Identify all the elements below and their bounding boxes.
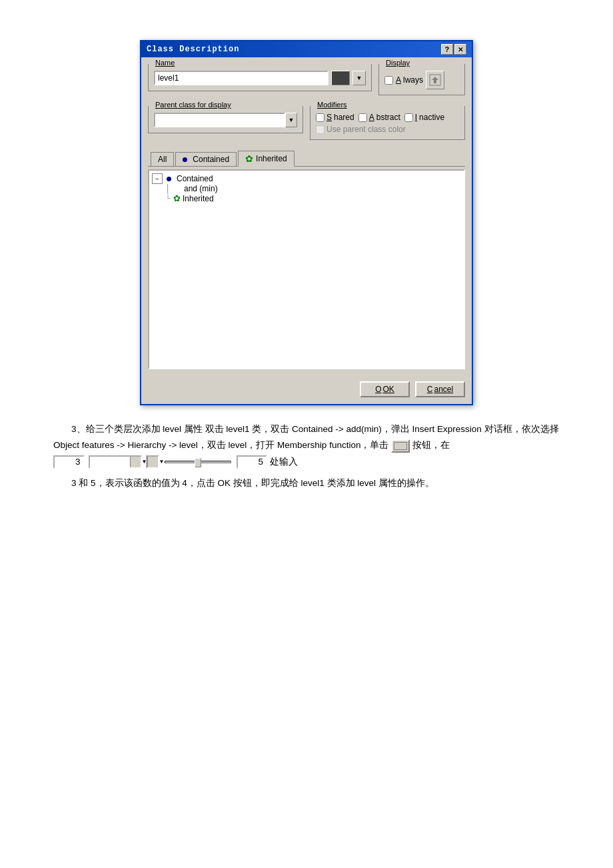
name-input[interactable] bbox=[154, 71, 328, 85]
parent-field-group: Parent class for display ▼ bbox=[148, 106, 303, 133]
slider-thumb[interactable] bbox=[195, 458, 201, 467]
tree-view[interactable]: − Contained │ and (min) └ ✿ Inherited bbox=[148, 169, 465, 369]
top-row: Name ▼ Display bbox=[148, 64, 465, 101]
parent-select-row: ▼ bbox=[154, 113, 297, 127]
modifiers-row: Shared Abstract Inactive bbox=[316, 113, 459, 122]
parent-group-label: Parent class for display bbox=[154, 101, 233, 109]
abstract-checkbox-label: Abstract bbox=[358, 113, 400, 122]
modifiers-group: Modifiers Shared Abstract bbox=[310, 106, 465, 145]
class-description-dialog: Class Description ? ✕ Name bbox=[140, 40, 473, 405]
inline-input-container: 3 ▼ ▼ 5 bbox=[53, 455, 267, 469]
value-5-text: 5 bbox=[241, 454, 264, 470]
display-icon-button[interactable] bbox=[426, 71, 444, 89]
inherited-icon: ✿ bbox=[245, 153, 253, 164]
tab-inherited-label: Inherited bbox=[256, 154, 287, 163]
para1-text3: 处输入 bbox=[270, 457, 298, 467]
shared-checkbox[interactable] bbox=[316, 113, 324, 122]
ok-button[interactable]: OOK bbox=[360, 381, 410, 397]
tree-expander-contained[interactable]: − bbox=[152, 173, 163, 184]
tree-row-contained: − Contained bbox=[152, 173, 461, 184]
select-dropdown-icon2[interactable]: ▼ bbox=[147, 457, 158, 467]
always-checkbox[interactable] bbox=[384, 76, 393, 85]
inline-select-box2[interactable]: ▼ bbox=[146, 455, 159, 469]
inline-value-input[interactable]: 3 bbox=[53, 455, 85, 469]
name-field-group: Name ▼ bbox=[148, 64, 372, 91]
select-dropdown-icon[interactable]: ▼ bbox=[130, 457, 141, 467]
help-button[interactable]: ? bbox=[441, 44, 453, 55]
use-parent-row: Use parent class color bbox=[316, 125, 459, 134]
tree-row-and-min: │ and (min) bbox=[163, 184, 461, 193]
tree-connector-and: │ bbox=[163, 184, 173, 193]
inline-select-box[interactable]: ▼ bbox=[89, 455, 142, 469]
tabs-container: All Contained ✿ Inherited bbox=[148, 151, 465, 167]
display-checkbox-row: Always bbox=[384, 71, 459, 89]
para1-text1: 3、给三个类层次添加 level 属性 双击 level1 类，双击 Conta… bbox=[53, 424, 559, 450]
name-group-label: Name bbox=[154, 59, 176, 67]
tab-all-label: All bbox=[158, 155, 167, 164]
input-value-3: 3 bbox=[57, 454, 81, 470]
use-parent-color-checkbox[interactable] bbox=[316, 125, 324, 134]
para2-text: 3 和 5，表示该函数的值为 4，点击 OK 按钮，即完成给 level1 类添… bbox=[71, 478, 434, 488]
contained-node-dot bbox=[167, 177, 171, 181]
color-button[interactable] bbox=[331, 71, 350, 85]
tree-row-inherited: └ ✿ Inherited bbox=[163, 193, 461, 203]
tab-inherited[interactable]: ✿ Inherited bbox=[238, 151, 295, 167]
inactive-checkbox-label: Inactive bbox=[404, 113, 444, 122]
tab-contained-label: Contained bbox=[193, 155, 229, 164]
display-field-group: Display Always bbox=[378, 64, 465, 95]
inline-button-container bbox=[391, 439, 410, 453]
display-group: Display Always bbox=[378, 64, 465, 101]
inherited-tree-icon: ✿ bbox=[173, 193, 181, 203]
paragraph2: 3 和 5，表示该函数的值为 4，点击 OK 按钮，即完成给 level1 类添… bbox=[53, 475, 560, 491]
para1-text2: 按钮，在 bbox=[412, 440, 450, 450]
inactive-checkbox[interactable] bbox=[404, 113, 413, 122]
text-content: 3、给三个类层次添加 level 属性 双击 level1 类，双击 Conta… bbox=[53, 421, 560, 497]
name-input-row: ▼ bbox=[154, 71, 366, 85]
parent-dropdown-button[interactable]: ▼ bbox=[285, 113, 297, 127]
parent-group: Parent class for display ▼ bbox=[148, 106, 303, 145]
abstract-checkbox[interactable] bbox=[358, 113, 367, 122]
slider-container bbox=[165, 461, 231, 463]
second-row: Parent class for display ▼ Modifiers bbox=[148, 106, 465, 145]
paragraph1: 3、给三个类层次添加 level 属性 双击 level1 类，双击 Conta… bbox=[53, 421, 560, 470]
titlebar-controls: ? ✕ bbox=[441, 44, 466, 55]
tab-bar: All Contained ✿ Inherited bbox=[148, 151, 465, 167]
contained-dot-icon bbox=[183, 157, 187, 162]
membership-btn[interactable] bbox=[391, 439, 410, 453]
color-dropdown-button[interactable]: ▼ bbox=[352, 71, 366, 85]
always-label: Always bbox=[396, 75, 423, 85]
tree-label-inherited: Inherited bbox=[183, 194, 214, 203]
titlebar-left: Class Description bbox=[147, 45, 239, 54]
use-parent-color-label: Use parent class color bbox=[326, 125, 406, 134]
cancel-label: C bbox=[427, 385, 433, 394]
tab-all[interactable]: All bbox=[151, 152, 174, 166]
dialog-body: Name ▼ Display bbox=[141, 57, 472, 376]
close-button[interactable]: ✕ bbox=[454, 44, 466, 55]
ok-label: OK bbox=[383, 385, 394, 394]
display-group-label: Display bbox=[384, 59, 411, 67]
dialog-footer: OOK Cancel bbox=[141, 376, 472, 404]
dialog-title: Class Description bbox=[147, 45, 239, 54]
dialog-titlebar: Class Description ? ✕ bbox=[141, 41, 472, 57]
name-group: Name ▼ bbox=[148, 64, 372, 101]
tab-contained[interactable]: Contained bbox=[175, 152, 237, 166]
slider-track[interactable] bbox=[165, 461, 231, 463]
tree-label-contained: Contained bbox=[177, 174, 213, 183]
parent-class-input[interactable] bbox=[154, 113, 285, 127]
tree-connector-inherited: └ bbox=[163, 195, 173, 202]
inline-value-5: 5 bbox=[237, 455, 268, 469]
shared-checkbox-label: Shared bbox=[316, 113, 354, 122]
cancel-button[interactable]: Cancel bbox=[415, 381, 465, 397]
modifiers-field-group: Modifiers Shared Abstract bbox=[310, 106, 465, 140]
tree-label-and-min: and (min) bbox=[184, 184, 218, 193]
modifiers-group-label: Modifiers bbox=[316, 101, 348, 109]
